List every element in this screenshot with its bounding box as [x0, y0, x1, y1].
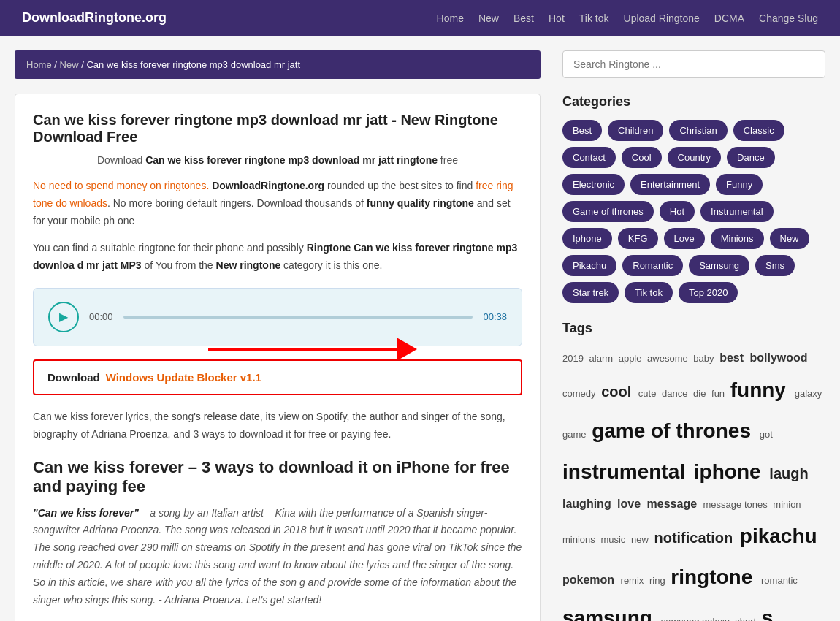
- breadcrumb-current: Can we kiss forever ringtone mp3 downloa…: [86, 59, 300, 70]
- nav-item-upload-ringtone[interactable]: Upload Ringtone: [624, 12, 700, 24]
- categories-title: Categories: [562, 94, 825, 110]
- article-body-1: No need to spend money on ringtones. Dow…: [33, 178, 522, 229]
- category-tag-star-trek[interactable]: Star trek: [562, 282, 619, 303]
- tag-laugh[interactable]: laugh: [769, 465, 808, 481]
- nav-item-dcma[interactable]: DCMA: [714, 12, 744, 24]
- tag-music[interactable]: music: [600, 534, 628, 545]
- nav-item-change-slug[interactable]: Change Slug: [759, 12, 818, 24]
- category-tag-game-of-thrones[interactable]: Game of thrones: [562, 201, 654, 222]
- category-tag-dance[interactable]: Dance: [727, 147, 775, 168]
- time-end: 00:38: [483, 311, 507, 322]
- tag-comedy[interactable]: comedy: [562, 388, 598, 399]
- tag-dance[interactable]: dance: [662, 388, 690, 399]
- category-tag-instrumental[interactable]: Instrumental: [700, 201, 774, 222]
- arrow-decoration: [208, 338, 417, 361]
- tag-minion[interactable]: minion: [773, 499, 801, 510]
- category-tag-tik-tok[interactable]: Tik tok: [625, 282, 673, 303]
- nav-item-best[interactable]: Best: [513, 12, 534, 24]
- breadcrumb-new[interactable]: New: [60, 59, 79, 70]
- tag-ringtone[interactable]: ringtone: [671, 565, 758, 588]
- tag-laughing[interactable]: laughing: [562, 498, 614, 510]
- category-tag-iphone[interactable]: Iphone: [562, 228, 612, 249]
- tag-romantic[interactable]: romantic: [761, 575, 798, 586]
- tag-message[interactable]: message: [647, 498, 700, 510]
- tag-best[interactable]: best: [719, 351, 747, 364]
- play-button[interactable]: ▶: [48, 302, 79, 332]
- tag-game-of-thrones[interactable]: game of thrones: [592, 419, 757, 442]
- category-tag-contact[interactable]: Contact: [562, 147, 616, 168]
- category-tag-funny[interactable]: Funny: [716, 174, 763, 195]
- category-tag-pikachu[interactable]: Pikachu: [562, 255, 616, 276]
- sidebar: Categories BestChildrenChristianClassicC…: [562, 50, 825, 621]
- download-box[interactable]: Download Windows Update Blocker v1.1: [33, 359, 522, 395]
- tag-got[interactable]: got: [760, 429, 773, 440]
- tag-funny[interactable]: funny: [730, 378, 792, 401]
- tag-short[interactable]: short: [735, 616, 759, 621]
- tag-iphone[interactable]: iphone: [694, 460, 767, 483]
- tag-message-tones[interactable]: message tones: [703, 499, 771, 510]
- tag-game[interactable]: game: [562, 429, 589, 440]
- category-tag-country[interactable]: Country: [668, 147, 722, 168]
- tag-fun[interactable]: fun: [711, 388, 728, 399]
- tag-s[interactable]: s: [762, 606, 774, 621]
- main-content: Home / New / Can we kiss forever rington…: [15, 50, 541, 621]
- category-tag-kfg[interactable]: KFG: [618, 228, 658, 249]
- tag-love[interactable]: love: [617, 498, 644, 510]
- category-tag-romantic[interactable]: Romantic: [622, 255, 683, 276]
- nav-item-tik-tok[interactable]: Tik tok: [579, 12, 609, 24]
- tag-pikachu[interactable]: pikachu: [740, 525, 817, 547]
- tag-samsung-galaxy[interactable]: samsung galaxy: [661, 616, 733, 621]
- article-card: Can we kiss forever ringtone mp3 downloa…: [15, 94, 541, 621]
- nav-item-new[interactable]: New: [478, 12, 499, 24]
- tag-pokemon[interactable]: pokemon: [562, 574, 618, 586]
- breadcrumb: Home / New / Can we kiss forever rington…: [15, 50, 541, 79]
- tag-notification[interactable]: notification: [654, 530, 736, 546]
- category-tag-love[interactable]: Love: [664, 228, 705, 249]
- tag-new[interactable]: new: [631, 534, 651, 545]
- category-tag-hot[interactable]: Hot: [660, 201, 695, 222]
- category-tag-entertainment[interactable]: Entertainment: [630, 174, 710, 195]
- download-label: Download: [47, 371, 100, 384]
- category-tag-cool[interactable]: Cool: [622, 147, 662, 168]
- nav-item-hot[interactable]: Hot: [549, 12, 565, 24]
- site-logo[interactable]: DownloadRingtone.org: [22, 10, 167, 26]
- download-section: Download Windows Update Blocker v1.1: [33, 359, 522, 395]
- sidebar-search: [562, 50, 825, 78]
- tag-remix[interactable]: remix: [621, 575, 646, 586]
- tag-minions[interactable]: minions: [562, 534, 597, 545]
- download-name[interactable]: Windows Update Blocker v1.1: [106, 371, 261, 384]
- breadcrumb-home[interactable]: Home: [26, 59, 52, 70]
- category-tag-children[interactable]: Children: [608, 120, 663, 141]
- tag-awesome[interactable]: awesome: [647, 353, 690, 364]
- tags-cloud: 2019 alarm apple awesome baby best bolly…: [562, 346, 825, 621]
- tag-apple[interactable]: apple: [619, 353, 644, 364]
- category-tag-classic[interactable]: Classic: [733, 120, 784, 141]
- progress-bar[interactable]: [123, 316, 473, 319]
- tag-instrumental[interactable]: instrumental: [562, 460, 691, 483]
- category-tag-christian[interactable]: Christian: [669, 120, 727, 141]
- categories-section: Categories BestChildrenChristianClassicC…: [562, 94, 825, 303]
- tag-cool[interactable]: cool: [601, 384, 635, 400]
- tag-bollywood[interactable]: bollywood: [750, 351, 808, 364]
- tag-samsung[interactable]: samsung: [562, 606, 658, 621]
- tag-galaxy[interactable]: galaxy: [795, 388, 822, 399]
- tags-section: Tags 2019 alarm apple awesome baby best …: [562, 321, 825, 621]
- tag-cute[interactable]: cute: [638, 388, 659, 399]
- category-tag-electronic[interactable]: Electronic: [562, 174, 625, 195]
- time-start: 00:00: [89, 311, 113, 322]
- article-h2: Can we kiss forever – 3 ways to download…: [33, 458, 522, 496]
- category-tag-samsung[interactable]: Samsung: [689, 255, 749, 276]
- tag-2019[interactable]: 2019: [562, 353, 587, 364]
- tag-ring[interactable]: ring: [649, 575, 668, 586]
- search-input[interactable]: [562, 50, 825, 78]
- category-tag-new[interactable]: New: [770, 228, 809, 249]
- category-tag-sms[interactable]: Sms: [755, 255, 795, 276]
- category-tag-minions[interactable]: Minions: [711, 228, 764, 249]
- tag-alarm[interactable]: alarm: [589, 353, 616, 364]
- tags-title: Tags: [562, 321, 825, 336]
- tag-die[interactable]: die: [693, 388, 709, 399]
- nav-item-home[interactable]: Home: [437, 12, 464, 24]
- category-tag-best[interactable]: Best: [562, 120, 602, 141]
- category-tag-top-2020[interactable]: Top 2020: [679, 282, 738, 303]
- tag-baby[interactable]: baby: [693, 353, 717, 364]
